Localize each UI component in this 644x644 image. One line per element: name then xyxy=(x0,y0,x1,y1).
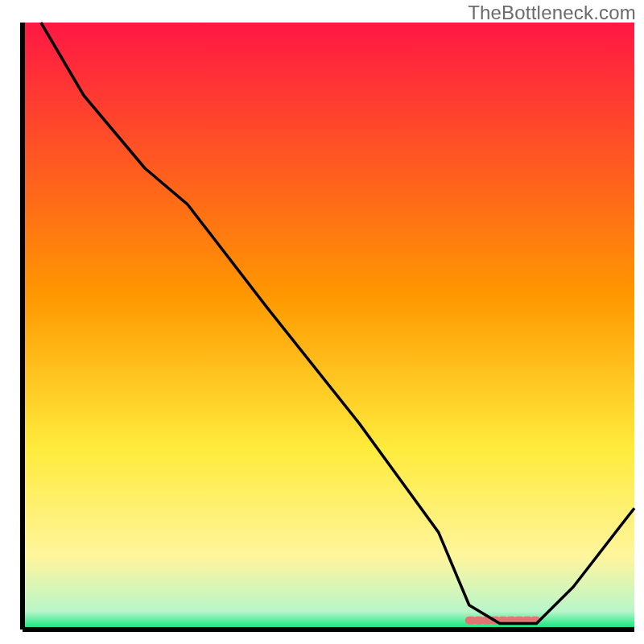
bottleneck-chart xyxy=(0,0,644,644)
chart-container: { "watermark": "TheBottleneck.com", "cha… xyxy=(0,0,644,644)
watermark-label: TheBottleneck.com xyxy=(468,2,636,24)
plot-background xyxy=(23,23,634,630)
